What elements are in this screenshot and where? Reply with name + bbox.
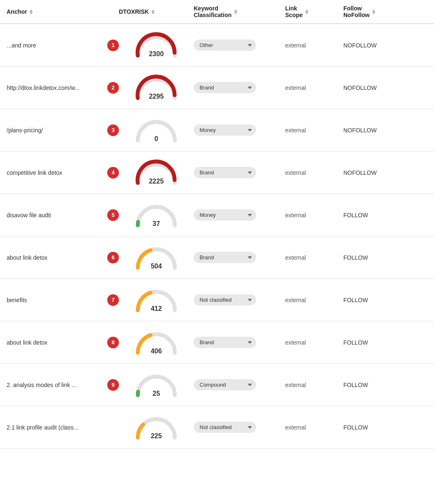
follow-cell: NOFOLLOW bbox=[343, 84, 418, 91]
anchor-text: competitive link detox bbox=[7, 169, 104, 176]
keyword-cell[interactable]: OtherBrandMoneyNot classifiedCompound bbox=[194, 40, 285, 51]
dtox-sort[interactable] bbox=[151, 10, 155, 14]
follow-sort-down[interactable] bbox=[372, 12, 375, 14]
keyword-cell[interactable]: OtherBrandMoneyNot classifiedCompound bbox=[194, 82, 285, 93]
gauge-value: 2300 bbox=[149, 50, 164, 58]
anchor-text: /plans-pricing/ bbox=[7, 127, 104, 134]
scope-cell: external bbox=[285, 382, 343, 388]
gauge: 2300 bbox=[133, 32, 179, 59]
table-row: 2.1 link profile audit (class... 225 Oth… bbox=[0, 406, 434, 449]
anchor-cell: disavow file audit 5 bbox=[7, 209, 119, 221]
table-body: ...and more 1 2300 OtherBrandMoneyNot cl… bbox=[0, 24, 434, 449]
header-anchor: Anchor bbox=[7, 8, 119, 15]
table-row: about link detox 8 406 OtherBrandMoneyNo… bbox=[0, 321, 434, 364]
anchor-cell: benefits 7 bbox=[7, 294, 119, 306]
table-header: Anchor DTOXRISK KeywordClassification Li… bbox=[0, 0, 434, 24]
table-row: /plans-pricing/ 3 0 OtherBrandMoneyNot c… bbox=[0, 109, 434, 151]
follow-cell: FOLLOW bbox=[343, 424, 418, 431]
keyword-cell[interactable]: OtherBrandMoneyNot classifiedCompound bbox=[194, 124, 285, 136]
keyword-dropdown[interactable]: OtherBrandMoneyNot classifiedCompound bbox=[194, 379, 256, 390]
anchor-cell: about link detox 8 bbox=[7, 337, 119, 348]
keyword-cell[interactable]: OtherBrandMoneyNot classifiedCompound bbox=[194, 422, 285, 433]
keyword-sort-up[interactable] bbox=[234, 10, 237, 12]
scope-cell: external bbox=[285, 42, 343, 49]
follow-cell: FOLLOW bbox=[343, 212, 418, 218]
keyword-sort[interactable] bbox=[234, 10, 237, 14]
scope-value: external bbox=[285, 297, 306, 303]
keyword-cell[interactable]: OtherBrandMoneyNot classifiedCompound bbox=[194, 209, 285, 221]
keyword-dropdown[interactable]: OtherBrandMoneyNot classifiedCompound bbox=[194, 40, 256, 51]
keyword-dropdown[interactable]: OtherBrandMoneyNot classifiedCompound bbox=[194, 124, 256, 136]
keyword-dropdown[interactable]: OtherBrandMoneyNot classifiedCompound bbox=[194, 337, 256, 348]
row-badge: 3 bbox=[107, 124, 119, 136]
dtox-cell: 37 bbox=[119, 201, 194, 228]
keyword-cell[interactable]: OtherBrandMoneyNot classifiedCompound bbox=[194, 294, 285, 305]
dtox-sort-down[interactable] bbox=[151, 12, 155, 14]
row-badge: 4 bbox=[107, 167, 119, 179]
gauge: 25 bbox=[133, 371, 179, 398]
dtox-cell: 412 bbox=[119, 286, 194, 313]
anchor-sort-down[interactable] bbox=[30, 12, 33, 14]
gauge: 225 bbox=[133, 414, 179, 441]
scope-value: external bbox=[285, 212, 306, 218]
header-scope: LinkScope bbox=[285, 5, 343, 18]
gauge: 0 bbox=[133, 117, 179, 144]
gauge-value: 412 bbox=[151, 305, 162, 313]
anchor-text: benefits bbox=[7, 297, 104, 303]
header-keyword: KeywordClassification bbox=[194, 5, 285, 18]
table-row: http://dtox.linkdetox.com/w... 2 2295 Ot… bbox=[0, 67, 434, 109]
table-row: disavow file audit 5 37 OtherBrandMoneyN… bbox=[0, 194, 434, 236]
gauge-value: 25 bbox=[153, 390, 160, 397]
anchor-text: about link detox bbox=[7, 254, 104, 261]
follow-sort[interactable] bbox=[372, 10, 375, 14]
follow-value: NOFOLLOW bbox=[343, 127, 377, 134]
row-badge: 8 bbox=[107, 337, 119, 348]
scope-cell: external bbox=[285, 212, 343, 218]
keyword-dropdown[interactable]: OtherBrandMoneyNot classifiedCompound bbox=[194, 209, 256, 221]
anchor-sort[interactable] bbox=[30, 10, 33, 14]
follow-value: FOLLOW bbox=[343, 382, 368, 388]
follow-cell: NOFOLLOW bbox=[343, 42, 418, 49]
keyword-dropdown[interactable]: OtherBrandMoneyNot classifiedCompound bbox=[194, 167, 256, 178]
follow-value: FOLLOW bbox=[343, 297, 368, 303]
keyword-dropdown[interactable]: OtherBrandMoneyNot classifiedCompound bbox=[194, 82, 256, 93]
dtox-sort-up[interactable] bbox=[151, 10, 155, 12]
anchor-sort-up[interactable] bbox=[30, 10, 33, 12]
header-keyword-label: KeywordClassification bbox=[194, 5, 232, 18]
keyword-cell[interactable]: OtherBrandMoneyNot classifiedCompound bbox=[194, 167, 285, 178]
follow-value: FOLLOW bbox=[343, 424, 368, 431]
scope-value: external bbox=[285, 127, 306, 134]
scope-sort-up[interactable] bbox=[305, 10, 308, 12]
keyword-dropdown[interactable]: OtherBrandMoneyNot classifiedCompound bbox=[194, 294, 256, 305]
keyword-cell[interactable]: OtherBrandMoneyNot classifiedCompound bbox=[194, 337, 285, 348]
keyword-cell[interactable]: OtherBrandMoneyNot classifiedCompound bbox=[194, 252, 285, 263]
gauge: 2295 bbox=[133, 74, 179, 101]
follow-value: FOLLOW bbox=[343, 339, 368, 346]
gauge: 504 bbox=[133, 244, 179, 271]
follow-cell: NOFOLLOW bbox=[343, 169, 418, 176]
scope-cell: external bbox=[285, 297, 343, 303]
gauge: 2225 bbox=[133, 159, 179, 186]
scope-value: external bbox=[285, 84, 306, 91]
follow-sort-up[interactable] bbox=[372, 10, 375, 12]
gauge-value: 406 bbox=[151, 348, 162, 355]
anchor-text: http://dtox.linkdetox.com/w... bbox=[7, 84, 104, 91]
scope-value: external bbox=[285, 254, 306, 261]
follow-cell: NOFOLLOW bbox=[343, 127, 418, 134]
keyword-sort-down[interactable] bbox=[234, 12, 237, 14]
keyword-dropdown[interactable]: OtherBrandMoneyNot classifiedCompound bbox=[194, 252, 256, 263]
scope-cell: external bbox=[285, 254, 343, 261]
anchor-cell: 2.1 link profile audit (class... bbox=[7, 424, 119, 431]
row-badge: 9 bbox=[107, 379, 119, 391]
keyword-dropdown[interactable]: OtherBrandMoneyNot classifiedCompound bbox=[194, 422, 256, 433]
scope-sort[interactable] bbox=[305, 10, 308, 14]
follow-cell: FOLLOW bbox=[343, 382, 418, 388]
scope-value: external bbox=[285, 339, 306, 346]
scope-sort-down[interactable] bbox=[305, 12, 308, 14]
keyword-cell[interactable]: OtherBrandMoneyNot classifiedCompound bbox=[194, 379, 285, 390]
dtox-cell: 504 bbox=[119, 244, 194, 271]
gauge-value: 225 bbox=[151, 432, 162, 440]
table-row: competitive link detox 4 2225 OtherBrand… bbox=[0, 151, 434, 194]
anchor-cell: 2. analysis modes of link ... 9 bbox=[7, 379, 119, 391]
dtox-cell: 0 bbox=[119, 117, 194, 144]
